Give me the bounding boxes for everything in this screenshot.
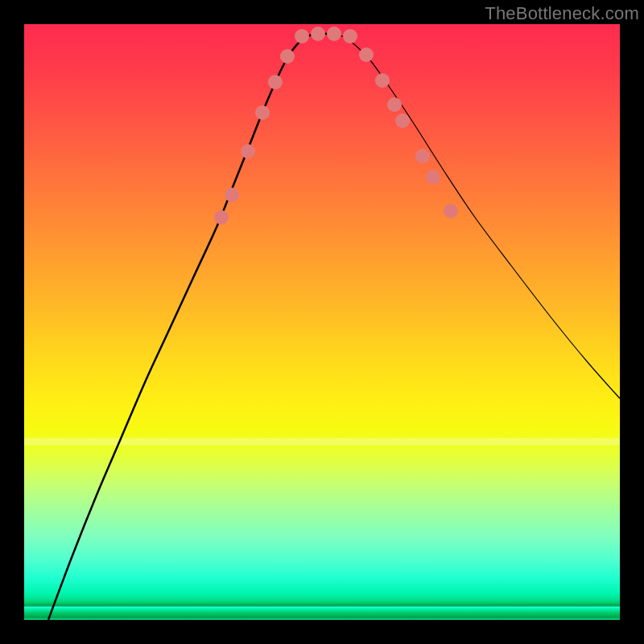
- data-point: [241, 144, 255, 159]
- chart-viewport: TheBottleneck.com: [0, 0, 644, 644]
- data-point: [268, 75, 283, 89]
- data-point: [359, 47, 374, 62]
- curve-right: [330, 34, 620, 398]
- data-point: [426, 170, 440, 184]
- data-point: [214, 210, 229, 225]
- data-point: [444, 204, 458, 218]
- data-point: [311, 27, 325, 41]
- curve-left: [48, 34, 330, 620]
- data-point: [375, 73, 390, 88]
- marker-group: [214, 27, 458, 225]
- plot-area: [24, 24, 620, 620]
- data-point: [225, 188, 239, 202]
- data-point: [327, 27, 341, 41]
- data-point: [387, 97, 402, 112]
- data-point: [395, 114, 410, 128]
- data-point: [255, 105, 270, 120]
- data-point: [415, 149, 430, 163]
- data-point: [280, 49, 295, 64]
- chart-svg: [24, 24, 620, 620]
- data-point: [295, 29, 309, 43]
- watermark-label: TheBottleneck.com: [485, 3, 639, 24]
- data-point: [343, 29, 357, 43]
